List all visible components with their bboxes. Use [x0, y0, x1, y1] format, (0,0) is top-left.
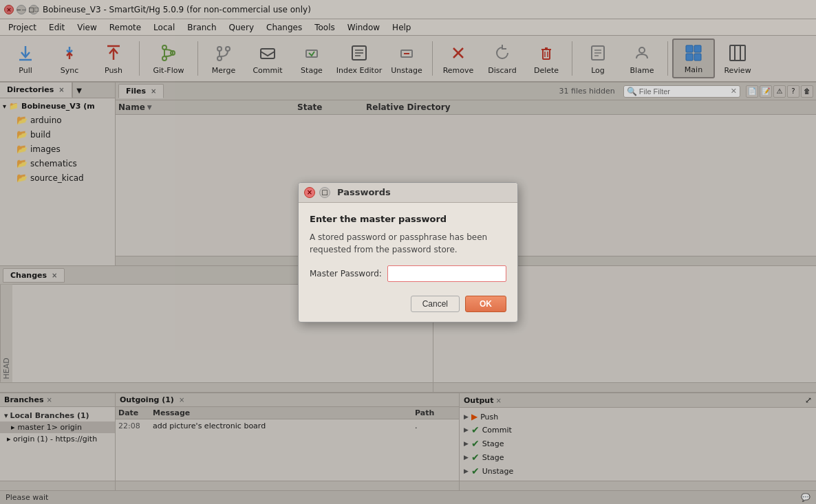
dialog-minimize-button[interactable]: □ — [319, 187, 330, 198]
ok-button[interactable]: OK — [465, 296, 506, 312]
dialog-buttons: Cancel OK — [299, 290, 517, 322]
dialog-title-bar: × □ Passwords — [299, 183, 517, 203]
dialog-description: A stored password or passphrase has been… — [310, 231, 506, 256]
dialog-heading: Enter the master password — [310, 214, 506, 224]
dialog-close-button[interactable]: × — [304, 187, 315, 198]
master-password-label: Master Password: — [310, 269, 382, 278]
dialog-field-row: Master Password: — [310, 265, 506, 282]
dialog-body: Enter the master password A stored passw… — [299, 203, 517, 290]
password-dialog: × □ Passwords Enter the master password … — [298, 182, 518, 322]
master-password-input[interactable] — [387, 265, 506, 282]
dialog-title: Passwords — [337, 187, 391, 197]
cancel-button[interactable]: Cancel — [411, 296, 460, 312]
dialog-overlay: × □ Passwords Enter the master password … — [0, 0, 816, 504]
